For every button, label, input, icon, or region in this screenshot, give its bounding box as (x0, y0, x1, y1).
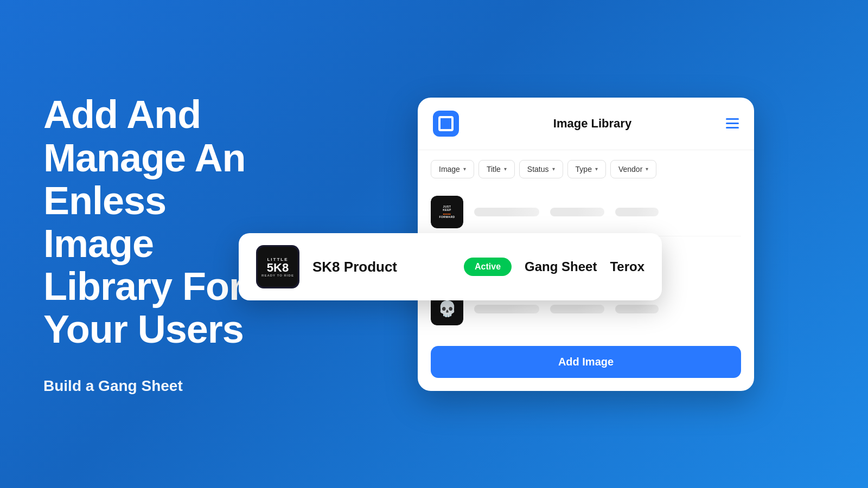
chevron-down-icon: ▾ (463, 166, 466, 172)
title-skeleton-2 (474, 305, 539, 313)
app-logo (433, 111, 459, 137)
chevron-down-icon: ▾ (595, 166, 598, 172)
vendor-label: Terox (610, 259, 644, 274)
menu-line-2 (726, 123, 739, 124)
sub-title: Build a Gang Sheet (43, 377, 271, 395)
type-skeleton-2 (615, 305, 659, 313)
hero-title: Add And Manage An Enless Image Library F… (43, 93, 271, 351)
status-skeleton-2 (550, 305, 604, 313)
row-image-1: JUSTKEEP■■■■■FORWARD (431, 196, 463, 228)
sk8-product-image: LITTLE 5K8 READY TO RIDE (256, 245, 299, 288)
highlighted-row[interactable]: LITTLE 5K8 READY TO RIDE SK8 Product Act… (239, 233, 662, 300)
product-name: SK8 Product (312, 259, 451, 275)
status-badge: Active (464, 258, 512, 276)
menu-icon[interactable] (726, 118, 739, 129)
filter-title[interactable]: Title ▾ (478, 160, 515, 178)
chevron-down-icon: ▾ (504, 166, 507, 172)
logo-inner (438, 116, 454, 131)
menu-line-1 (726, 118, 739, 120)
filter-type[interactable]: Type ▾ (567, 160, 606, 178)
title-skeleton-1 (474, 208, 539, 216)
filter-image[interactable]: Image ▾ (431, 160, 474, 178)
card-title: Image Library (553, 117, 631, 131)
type-skeleton-1 (615, 208, 659, 216)
add-image-button[interactable]: Add Image (431, 346, 741, 378)
chevron-down-icon: ▾ (552, 166, 555, 172)
filter-status[interactable]: Status ▾ (519, 160, 563, 178)
table-row[interactable]: JUSTKEEP■■■■■FORWARD (431, 188, 741, 236)
card-header: Image Library (418, 98, 754, 150)
chevron-down-icon: ▾ (646, 166, 648, 172)
skull-icon: 💀 (438, 300, 457, 318)
right-section: LITTLE 5K8 READY TO RIDE SK8 Product Act… (304, 76, 868, 413)
filter-vendor[interactable]: Vendor ▾ (610, 160, 656, 178)
type-label: Gang Sheet (525, 259, 597, 274)
menu-line-3 (726, 127, 739, 129)
status-skeleton-1 (550, 208, 604, 216)
filter-row: Image ▾ Title ▾ Status ▾ Type ▾ Vendor ▾ (418, 150, 754, 188)
